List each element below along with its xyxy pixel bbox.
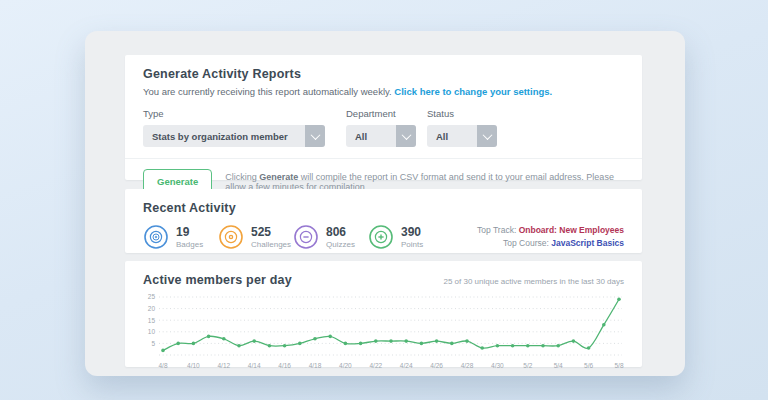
report-card: Generate Activity Reports You are curren… — [85, 31, 685, 376]
svg-text:4/30: 4/30 — [491, 362, 504, 369]
report-subtitle-text: You are currently receiving this report … — [143, 86, 392, 97]
svg-text:4/12: 4/12 — [217, 362, 230, 369]
challenges-label: Challenges — [251, 240, 291, 249]
stat-challenges: 525 Challenges — [218, 224, 293, 250]
svg-text:10: 10 — [148, 328, 156, 335]
report-subtitle: You are currently receiving this report … — [143, 86, 624, 97]
stat-badges: 19 Badges — [143, 224, 218, 250]
svg-text:4/20: 4/20 — [339, 362, 352, 369]
svg-text:4/18: 4/18 — [309, 362, 322, 369]
top-track-link[interactable]: Onboard: New Employees — [519, 225, 624, 235]
status-select[interactable]: All — [427, 125, 497, 147]
svg-text:20: 20 — [148, 305, 156, 312]
panel-divider — [125, 158, 642, 159]
generate-reports-panel: Generate Activity Reports You are curren… — [125, 55, 642, 180]
svg-text:15: 15 — [148, 317, 156, 324]
svg-text:4/24: 4/24 — [400, 362, 413, 369]
svg-text:4/28: 4/28 — [461, 362, 474, 369]
status-label: Status — [427, 108, 497, 119]
active-members-panel: Active members per day 25 of 30 unique a… — [125, 261, 642, 367]
report-fields: Type Stats by organization member Depart… — [143, 108, 624, 147]
challenges-count: 525 — [251, 226, 291, 239]
field-type: Type Stats by organization member — [143, 108, 325, 147]
quizzes-count: 806 — [326, 226, 355, 239]
top-items: Top Track: Onboard: New Employees Top Co… — [477, 224, 624, 250]
top-track-row: Top Track: Onboard: New Employees — [477, 224, 624, 237]
svg-text:4/14: 4/14 — [248, 362, 261, 369]
type-select-value: Stats by organization member — [152, 131, 288, 142]
department-label: Department — [346, 108, 416, 119]
svg-text:5/6: 5/6 — [584, 362, 593, 369]
chevron-down-icon — [396, 125, 416, 147]
change-settings-link[interactable]: Click here to change your settings. — [394, 86, 552, 97]
points-label: Points — [401, 240, 423, 249]
department-select[interactable]: All — [346, 125, 416, 147]
recent-activity-panel: Recent Activity 19 Badges — [125, 189, 642, 253]
badge-icon — [143, 224, 169, 250]
svg-text:4/16: 4/16 — [278, 362, 291, 369]
status-select-value: All — [436, 131, 448, 142]
svg-text:25: 25 — [148, 293, 156, 300]
top-course-label: Top Course: — [503, 238, 549, 248]
top-track-label: Top Track: — [477, 225, 516, 235]
quizzes-label: Quizzes — [326, 240, 355, 249]
svg-text:5/4: 5/4 — [554, 362, 563, 369]
stats-row: 19 Badges 525 Challenges — [143, 224, 624, 250]
badges-label: Badges — [176, 240, 203, 249]
chevron-down-icon — [305, 125, 325, 147]
challenge-icon — [218, 224, 244, 250]
svg-text:5: 5 — [151, 340, 155, 347]
points-count: 390 — [401, 226, 423, 239]
chevron-down-icon — [477, 125, 497, 147]
svg-text:5/2: 5/2 — [523, 362, 532, 369]
badges-count: 19 — [176, 226, 203, 239]
top-course-link[interactable]: JavaScript Basics — [551, 238, 624, 248]
stat-points: 390 Points — [368, 224, 443, 250]
svg-text:4/22: 4/22 — [369, 362, 382, 369]
department-select-value: All — [355, 131, 367, 142]
recent-activity-title: Recent Activity — [143, 201, 624, 215]
generate-reports-title: Generate Activity Reports — [143, 67, 624, 81]
top-course-row: Top Course: JavaScript Basics — [477, 237, 624, 250]
svg-text:5/8: 5/8 — [614, 362, 623, 369]
chart-title: Active members per day — [143, 273, 292, 287]
svg-text:4/8: 4/8 — [158, 362, 167, 369]
quiz-icon — [293, 224, 319, 250]
svg-text:4/10: 4/10 — [187, 362, 200, 369]
field-status: Status All — [427, 108, 497, 147]
type-select[interactable]: Stats by organization member — [143, 125, 325, 147]
activity-chart: 5101520254/84/104/124/144/164/184/204/22… — [139, 291, 626, 373]
type-label: Type — [143, 108, 325, 119]
chart-annotation: 25 of 30 unique active members in the la… — [443, 277, 624, 286]
svg-text:4/26: 4/26 — [430, 362, 443, 369]
stat-quizzes: 806 Quizzes — [293, 224, 368, 250]
field-department: Department All — [346, 108, 416, 147]
points-icon — [368, 224, 394, 250]
